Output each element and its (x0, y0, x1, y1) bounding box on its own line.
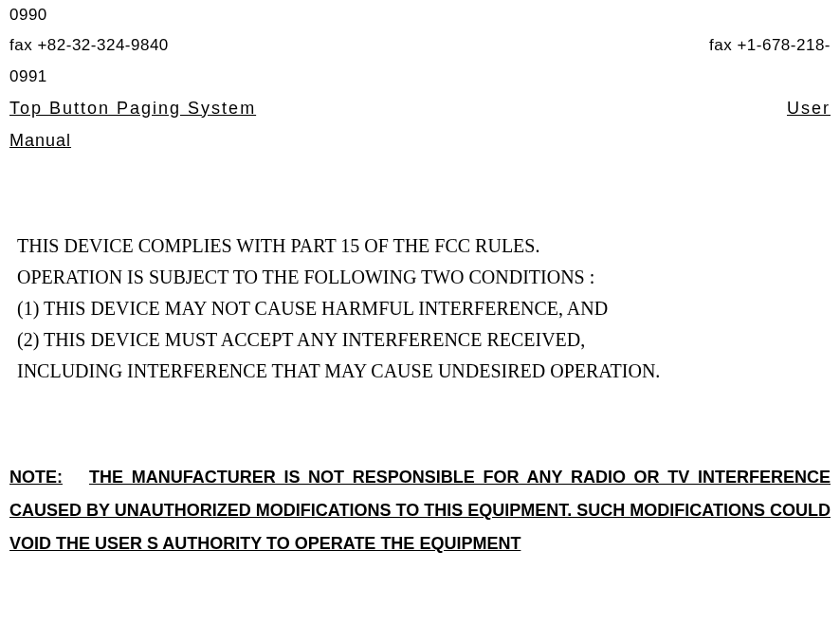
fax-left: fax +82-32-324-9840 (9, 30, 169, 61)
compliance-line-1: THIS DEVICE COMPLIES WITH PART 15 OF THE… (17, 230, 831, 262)
document-header: 0990 fax +82-32-324-9840 fax +1-678-218-… (9, 0, 831, 156)
note-section: NOTE:THE MANUFACTURER IS NOT RESPONSIBLE… (9, 461, 831, 561)
note-prefix: NOTE: (9, 468, 63, 487)
title-right: User (787, 92, 831, 124)
title-row: Top Button Paging System User (9, 92, 831, 124)
note-paragraph: NOTE:THE MANUFACTURER IS NOT RESPONSIBLE… (9, 461, 831, 561)
compliance-line-2: OPERATION IS SUBJECT TO THE FOLLOWING TW… (17, 262, 831, 293)
note-body-text: THE MANUFACTURER IS NOT RESPONSIBLE FOR … (9, 468, 831, 553)
fcc-compliance-section: THIS DEVICE COMPLIES WITH PART 15 OF THE… (9, 230, 831, 387)
title-left: Top Button Paging System (9, 92, 256, 124)
compliance-line-4: (2) THIS DEVICE MUST ACCEPT ANY INTERFER… (17, 324, 831, 356)
top-number: 0990 (9, 0, 831, 30)
fax-row: fax +82-32-324-9840 fax +1-678-218- (9, 30, 831, 61)
compliance-line-5: INCLUDING INTERFERENCE THAT MAY CAUSE UN… (17, 356, 831, 387)
next-number: 0991 (9, 62, 831, 92)
compliance-line-3: (1) THIS DEVICE MAY NOT CAUSE HARMFUL IN… (17, 293, 831, 324)
fax-right: fax +1-678-218- (709, 30, 831, 61)
title-bottom: Manual (9, 124, 831, 156)
